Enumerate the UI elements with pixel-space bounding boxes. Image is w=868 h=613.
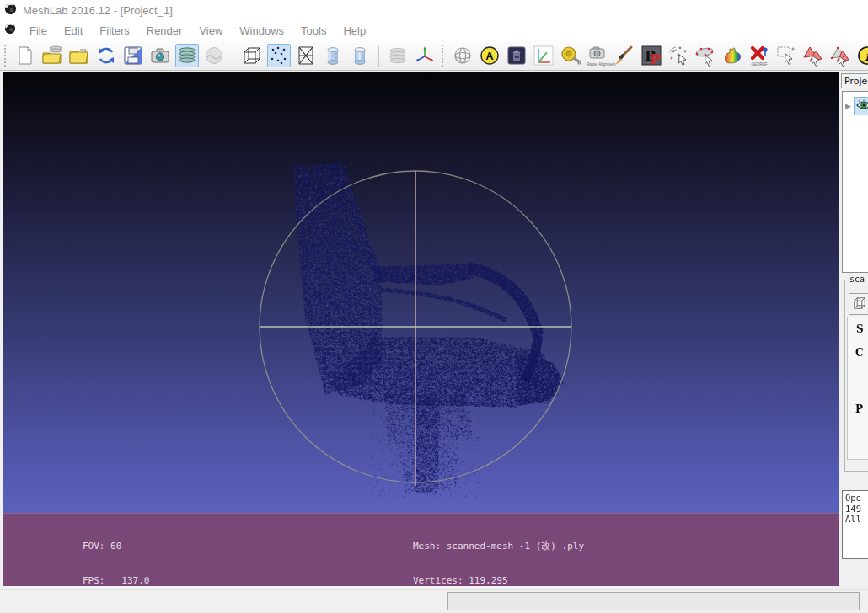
- progress-area: [447, 592, 860, 610]
- save-floppy-icon: [122, 45, 144, 67]
- snapshot-button[interactable]: [148, 44, 172, 67]
- reload-button[interactable]: [94, 44, 118, 67]
- toolbar-separator: [233, 45, 233, 67]
- eye-icon: [856, 99, 868, 114]
- prop-label-pointsize: P: [855, 403, 863, 415]
- show-raster-button[interactable]: [202, 44, 226, 67]
- open-project-button[interactable]: [40, 44, 64, 67]
- camera-icon: [149, 45, 171, 67]
- plane-points-button[interactable]: [694, 44, 717, 67]
- wireframe-render-mode-button[interactable]: [294, 44, 318, 67]
- menu-windows[interactable]: Windows: [231, 23, 292, 39]
- main-toolbar: A Raster Alignment PP GEOREF i: [0, 40, 868, 71]
- prop-label-shading: S: [856, 323, 864, 335]
- raster-alignment-button[interactable]: Raster Alignment: [586, 44, 609, 67]
- small-cube-icon: [852, 296, 867, 313]
- menu-view[interactable]: View: [190, 23, 231, 39]
- new-document-icon: [14, 45, 36, 67]
- log-box: Ope 149 All: [842, 490, 868, 559]
- triangle-vertex-select-icon: [829, 45, 851, 67]
- title-bar: MeshLab 2016.12 - [Project_1]: [0, 0, 868, 20]
- svg-text:i: i: [865, 48, 868, 63]
- radar-points-icon: [667, 45, 689, 67]
- reload-arrows-icon: [95, 45, 117, 67]
- trackball-overlay: [3, 72, 839, 586]
- photo-sphere-icon: [203, 45, 225, 67]
- meshlab-window: MeshLab 2016.12 - [Project_1] File Edit …: [0, 0, 868, 613]
- raster-caption: Raster Alignment: [587, 63, 608, 67]
- meshlab-logo-icon: [4, 3, 17, 19]
- quality-mapper-button[interactable]: [721, 44, 744, 67]
- meshlab-menu-logo-icon: [4, 23, 16, 38]
- toolbar-separator: [378, 45, 379, 67]
- show-trackball-button[interactable]: [451, 44, 474, 67]
- rect-select-icon: [775, 45, 797, 67]
- axes-icon: [414, 45, 436, 67]
- points-render-mode-button[interactable]: [267, 44, 291, 67]
- hud-vertices: Vertices: 119,295: [413, 575, 584, 586]
- flat-render-mode-button[interactable]: [321, 44, 345, 67]
- toolbar-drag-handle[interactable]: [442, 45, 446, 67]
- prop-label-color: C: [855, 347, 864, 359]
- rect-select-button[interactable]: [774, 44, 798, 67]
- menu-tools[interactable]: Tools: [292, 23, 335, 39]
- texture-toggle-button[interactable]: [386, 44, 410, 67]
- cube-wireframe-icon: [241, 45, 263, 67]
- smooth-cylinder-icon: [349, 45, 371, 67]
- hud-mesh-name: Mesh: scanned-mesh -1 (改) .ply: [413, 541, 584, 552]
- show-layer-dialog-button[interactable]: [175, 44, 199, 67]
- layer-list: ▶: [842, 91, 868, 273]
- paint-tool-button[interactable]: [613, 44, 636, 67]
- layer-dock-panel: Projec ▶ sca S C P Ope 149 All: [839, 72, 868, 586]
- svg-text:A: A: [485, 50, 494, 62]
- hud-fov: FOV: 60: [83, 541, 149, 552]
- georef-caption: GEOREF: [748, 63, 770, 67]
- toolbar-drag-handle[interactable]: [4, 45, 8, 67]
- menu-bar: File Edit Filters Render View Windows To…: [0, 20, 868, 40]
- text-annotation-button[interactable]: A: [478, 44, 501, 67]
- show-axis-button[interactable]: [413, 44, 437, 67]
- measuring-tool-button[interactable]: [559, 44, 582, 67]
- letter-a-icon: A: [479, 45, 501, 67]
- menu-help[interactable]: Help: [335, 23, 374, 39]
- flat-cylinder-icon: [322, 45, 344, 67]
- wireframe-icon: [295, 45, 317, 67]
- pick-points-button[interactable]: PP: [640, 44, 663, 67]
- render-properties-panel: S C P: [847, 317, 868, 460]
- smooth-render-mode-button[interactable]: [348, 44, 372, 67]
- layer-visibility-button[interactable]: [854, 97, 868, 115]
- hud-fps: FPS: 137.0: [83, 575, 149, 586]
- new-project-button[interactable]: [13, 44, 37, 67]
- export-mesh-button[interactable]: [121, 44, 145, 67]
- rainbow-bunny-icon: [721, 45, 743, 67]
- layers-icon: [176, 45, 198, 67]
- menu-render[interactable]: Render: [138, 23, 191, 39]
- viewport-hud: FOV: 60 FPS: 137.0 BO_RENDERING Mesh: sc…: [3, 513, 839, 586]
- status-bar: [0, 589, 868, 613]
- menu-filters[interactable]: Filters: [91, 23, 137, 39]
- env-map-button[interactable]: [505, 44, 528, 67]
- corner-axes-button[interactable]: [532, 44, 555, 67]
- expand-chevron-icon[interactable]: ▶: [845, 102, 852, 110]
- info-button[interactable]: i: [855, 44, 868, 67]
- points-icon: [268, 45, 290, 67]
- import-mesh-button[interactable]: [67, 44, 91, 67]
- pp-icon: PP: [640, 45, 662, 67]
- log-line-2: 149: [845, 504, 861, 514]
- render-settings-tab[interactable]: [849, 293, 868, 315]
- select-faces-button[interactable]: [801, 44, 825, 67]
- open-project-folder-icon: [41, 45, 63, 67]
- gl-viewport[interactable]: FOV: 60 FPS: 137.0 BO_RENDERING Mesh: sc…: [3, 72, 839, 586]
- log-line-3: All: [845, 514, 861, 524]
- red-triangles-icon: [802, 45, 824, 67]
- bounding-box-button[interactable]: [240, 44, 264, 67]
- corner-axes-icon: [533, 45, 555, 67]
- select-vertices-button[interactable]: [828, 44, 852, 67]
- menu-edit[interactable]: Edit: [56, 23, 91, 39]
- hud-left-block: FOV: 60 FPS: 137.0 BO_RENDERING: [83, 518, 149, 586]
- menu-file[interactable]: File: [21, 23, 56, 39]
- georeference-button[interactable]: GEOREF: [747, 44, 771, 67]
- measuring-tape-icon: [560, 45, 581, 67]
- point-based-gluing-button[interactable]: [667, 44, 690, 67]
- svg-text:P: P: [650, 51, 661, 67]
